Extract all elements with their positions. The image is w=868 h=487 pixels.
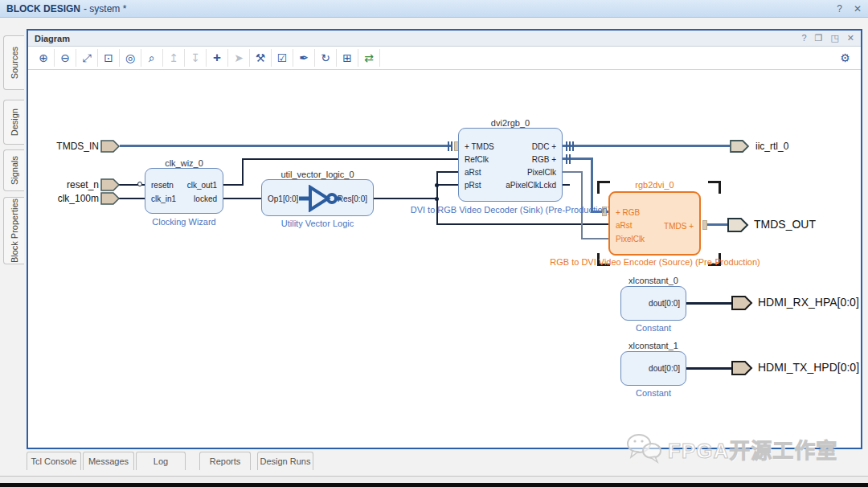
pin-tmds-out[interactable]: TMDS + [664,220,694,233]
tab-log[interactable]: Log [136,452,186,470]
port-label-clk-100m[interactable]: clk_100m [52,193,99,204]
zoom-fit-icon[interactable]: ⤢ [76,49,98,67]
wire-clk-out1[interactable] [223,184,244,186]
wire-locked[interactable] [223,198,261,199]
port-hdmi-tx-hpd[interactable] [731,361,753,375]
pin-resetn[interactable]: resetn [151,179,174,192]
wire-res[interactable] [436,223,608,225]
block-dvi2rgb[interactable]: + TMDS RefClk aRst pRst DDC + RGB + Pixe… [458,128,563,202]
wire-dout0[interactable] [686,302,731,305]
wire-stub[interactable] [563,184,570,186]
wire-clk-out1[interactable] [242,158,244,186]
pin-rgb[interactable]: RGB + [532,153,556,166]
port-tmds-in[interactable] [100,140,121,153]
sidebar-tab-design[interactable]: Design [3,100,24,145]
pin-apixelclklckd[interactable]: aPixelClkLckd [506,179,556,192]
pin-dout1[interactable]: dout[0:0] [649,362,680,375]
port-clk-100m[interactable] [100,192,121,205]
interface-bar [572,141,574,151]
sidebar-tab-block-properties[interactable]: Block Properties [3,197,24,264]
diagram-canvas[interactable]: TMDS_IN reset_n clk_100m iic_rtl_0 TMDS_… [28,70,861,448]
interface-bar [451,141,452,151]
expand-all-icon[interactable]: ↧ [185,49,207,67]
validate-design-icon[interactable]: ☑ [272,49,293,67]
wire-dout1[interactable] [686,367,731,370]
pin-prst[interactable]: pRst [465,179,481,192]
pin-rgb-in[interactable]: + RGB [616,207,640,219]
pin-clk-out1[interactable]: clk_out1 [187,179,217,192]
interface-bar [569,141,571,151]
port-label-tmds-out[interactable]: TMDS_OUT [754,218,816,231]
not-gate-icon [299,185,341,212]
tab-design-runs[interactable]: Design Runs [257,452,313,470]
port-tmds-out[interactable] [727,218,749,232]
block-xlconstant1[interactable]: dout[0:0] [620,351,686,386]
block-title-clk-wiz: clk_wiz_0 [145,158,223,168]
sidebar-tab-signals[interactable]: Signals [3,149,24,191]
pin-refclk[interactable]: RefClk [465,153,489,166]
selection-corner [708,181,721,194]
close-icon[interactable]: ✕ [854,3,862,14]
zoom-out-icon[interactable]: ⊖ [55,49,76,67]
wire-res[interactable] [374,198,438,199]
wire-res[interactable] [436,171,458,173]
wire-res[interactable] [436,184,458,186]
port-hdmi-rx-hpa[interactable] [731,296,753,310]
port-label-iic-rtl[interactable]: iic_rtl_0 [755,141,788,152]
customize-block-icon[interactable]: ⚒ [250,49,272,67]
regenerate-layout-icon[interactable]: ↻ [315,49,337,67]
pin-pixelclk[interactable]: PixelClk [527,166,556,179]
create-hierarchy-icon[interactable]: ⊞ [337,49,358,67]
zoom-in-icon[interactable]: ⊕ [33,49,55,67]
block-util-vector-logic[interactable]: Op1[0:0] Res[0:0] [261,179,374,216]
pin-icon[interactable]: ✒ [293,49,315,67]
port-label-hdmi-rx-hpa[interactable]: HDMI_RX_HPA[0:0] [758,296,859,309]
wire-tmds-in[interactable] [120,145,451,147]
panel-help-icon[interactable]: ? [801,33,806,43]
panel-maximize-icon[interactable]: ◳ [830,33,838,43]
add-ip-icon[interactable]: + [207,49,228,67]
search-icon[interactable]: ⌕ [141,49,163,67]
port-label-reset-n[interactable]: reset_n [60,179,99,190]
pin-res[interactable]: Res[0:0] [338,193,367,206]
pin-op1[interactable]: Op1[0:0] [268,193,298,206]
pin-ddc[interactable]: DDC + [532,141,556,153]
block-caption-rgb2dvi: RGB to DVI Video Encoder (Source) (Pre-P… [530,257,780,267]
block-caption-xlconstant0: Constant [620,323,686,333]
port-label-hdmi-tx-hpd[interactable]: HDMI_TX_HPD[0:0] [758,361,859,374]
sidebar-tab-sources[interactable]: Sources [3,35,24,90]
pin-arst-in[interactable]: aRst [616,219,633,232]
zoom-to-selection-icon[interactable]: ⊡ [98,49,120,67]
pin-clk-in1[interactable]: clk_in1 [151,193,176,206]
pin-dout0[interactable]: dout[0:0] [649,297,680,310]
settings-gear-icon[interactable]: ⚙ [834,49,856,67]
status-strip [0,476,868,483]
port-label-tmds-in[interactable]: TMDS_IN [52,141,99,152]
block-clk-wiz[interactable]: resetn clk_in1 clk_out1 locked [145,168,223,214]
selection-corner [597,181,610,194]
help-icon[interactable]: ? [837,3,842,14]
pin-tmds[interactable]: + TMDS [465,141,494,153]
tab-reports[interactable]: Reports [199,452,251,470]
wire-ddc[interactable] [563,145,730,147]
make-connection-icon[interactable]: ➤ [228,49,250,67]
tab-messages[interactable]: Messages [83,452,134,470]
wire-clk-100m[interactable] [119,198,145,199]
wire-clk-out1[interactable] [242,158,458,160]
interface-ports-icon[interactable]: ⇄ [358,49,380,67]
port-reset-n[interactable] [100,178,121,191]
panel-close-icon[interactable]: ✕ [847,33,854,43]
panel-float-icon[interactable]: ❐ [815,33,823,43]
wire-pixelclk[interactable] [563,171,582,173]
pin-locked[interactable]: locked [194,193,217,206]
pin-arst[interactable]: aRst [465,166,481,179]
port-iic-rtl[interactable] [730,140,750,153]
block-xlconstant0[interactable]: dout[0:0] [620,286,686,321]
pin-pixelclk-in[interactable]: PixelClk [616,233,645,246]
tab-tcl-console[interactable]: Tcl Console [27,452,81,470]
block-rgb2dvi[interactable]: + RGB aRst PixelClk TMDS + [608,191,701,256]
diagram-panel-header[interactable]: Diagram ? ❐ ◳ ✕ [28,31,861,47]
collapse-all-icon[interactable]: ↥ [163,49,185,67]
wire-pixelclk[interactable] [581,238,608,239]
autofit-selection-icon[interactable]: ◎ [120,49,141,67]
